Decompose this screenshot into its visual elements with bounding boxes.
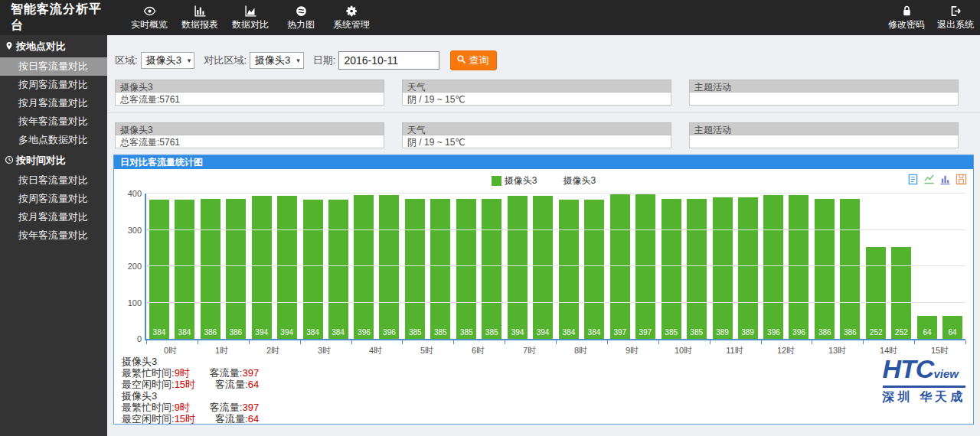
search-button-label: 查询 [469, 54, 488, 67]
x-axis-tick [607, 340, 608, 344]
sidebar-item-weekly-flow-by-location[interactable]: 按周客流量对比 [0, 76, 107, 94]
y-axis-tick-label: 300 [119, 226, 142, 235]
bar[interactable]: 396 [379, 195, 399, 339]
data-view-icon[interactable] [907, 174, 919, 188]
bar[interactable]: 396 [763, 195, 783, 339]
bar-value-label: 396 [763, 328, 783, 337]
info-box-title: 天气 [402, 80, 671, 93]
bar[interactable]: 397 [635, 194, 655, 339]
sidebar-item-weekly-flow-by-time[interactable]: 按周客流量对比 [0, 190, 107, 208]
legend-swatch [492, 176, 501, 186]
main-nav: 实时概览 数据报表 数据对比 热力图 系统管理 [124, 0, 377, 35]
bar[interactable]: 394 [508, 196, 528, 339]
sidebar-item-yearly-flow-by-location[interactable]: 按年客流量对比 [0, 112, 107, 131]
bar[interactable]: 389 [713, 197, 733, 339]
bar[interactable]: 394 [277, 196, 297, 339]
main-content: 区域: 摄像头3 ▾ 对比区域: 摄像头3 ▾ 日期: 查询 摄像头3 总客流量… [107, 35, 980, 436]
nav-item-heatmap[interactable]: 热力图 [276, 0, 326, 35]
nav-item-realtime-overview[interactable]: 实时概览 [124, 0, 175, 35]
bar[interactable]: 252 [866, 247, 886, 339]
date-input[interactable] [338, 51, 439, 70]
sidebar-item-monthly-flow-by-time[interactable]: 按月客流量对比 [0, 208, 107, 226]
bar[interactable]: 386 [226, 199, 246, 339]
search-button[interactable]: 查询 [450, 50, 497, 70]
bar[interactable]: 385 [482, 199, 501, 339]
nav-item-data-report[interactable]: 数据报表 [175, 0, 225, 35]
logout-icon [949, 5, 962, 18]
idle-time-value: 15时 [175, 379, 195, 390]
bar[interactable]: 385 [687, 199, 707, 339]
nav-item-data-compare[interactable]: 数据对比 [225, 0, 276, 35]
event-info-box: 主题活动 [689, 122, 959, 148]
bar-value-label: 384 [303, 328, 323, 337]
bar-value-label: 385 [456, 328, 476, 337]
eye-icon [143, 5, 156, 18]
bar[interactable]: 389 [738, 197, 758, 339]
y-axis-tick-label: 400 [119, 189, 142, 198]
bar-group: 386386 [812, 194, 863, 339]
bar[interactable]: 64 [942, 316, 962, 339]
bar[interactable]: 386 [815, 199, 835, 339]
bar[interactable]: 384 [328, 200, 348, 339]
bar[interactable]: 252 [891, 247, 911, 339]
x-axis-tick [965, 340, 966, 344]
top-header: 智能客流分析平台 实时概览 数据报表 数据对比 热力图 系统管理 修改密码 [0, 0, 980, 35]
x-axis-labels: 0时1时2时3时4时5时6时7时8时9时10时11时12时13时14时15时 [145, 345, 965, 356]
bar[interactable]: 385 [456, 199, 476, 339]
nav-item-system-admin[interactable]: 系统管理 [326, 0, 377, 35]
bar-groups: 3843843863863943943843843963963853853853… [146, 194, 965, 339]
legend-item-camera3-b[interactable]: 摄像头3 [564, 174, 596, 187]
sidebar-item-yearly-flow-by-time[interactable]: 按年客流量对比 [0, 226, 107, 245]
legend-item-camera3-a[interactable]: 摄像头3 [492, 174, 537, 187]
bar[interactable]: 384 [149, 200, 169, 339]
bar[interactable]: 394 [252, 196, 272, 339]
sidebar-item-daily-flow-by-time[interactable]: 按日客流量对比 [0, 171, 107, 190]
bar[interactable]: 397 [610, 194, 630, 339]
bar-value-label: 386 [226, 328, 246, 337]
bar-value-label: 397 [635, 328, 655, 337]
bar[interactable]: 396 [789, 195, 808, 339]
flow-label: 客流量: [215, 413, 248, 425]
gridline [146, 229, 965, 230]
save-image-icon[interactable] [956, 174, 967, 188]
htcview-logo: HTCview 深圳 华天成 [883, 357, 965, 405]
bar-value-label: 384 [175, 328, 194, 337]
nav-item-logout[interactable]: 退出系统 [931, 5, 980, 31]
sidebar-item-daily-flow-by-location[interactable]: 按日客流量对比 [0, 57, 107, 76]
stats-idle-line: 最空闲时间:15时客流量:64 [122, 413, 259, 425]
bar[interactable]: 384 [175, 200, 194, 339]
bar-group: 396396 [351, 194, 403, 339]
bar[interactable]: 386 [201, 199, 220, 339]
info-box-value [689, 135, 959, 148]
sidebar-item-multi-location-compare[interactable]: 多地点数据对比 [0, 131, 107, 149]
bar[interactable]: 396 [354, 195, 374, 339]
y-axis-tick-label: 100 [119, 298, 142, 307]
bar-chart-icon[interactable] [939, 174, 951, 188]
info-box-title: 主题活动 [689, 80, 959, 93]
sidebar-item-monthly-flow-by-location[interactable]: 按月客流量对比 [0, 94, 107, 112]
bar[interactable]: 385 [662, 199, 681, 339]
bar[interactable]: 386 [840, 199, 860, 339]
x-axis-tick [863, 340, 864, 344]
bar[interactable]: 385 [430, 199, 450, 339]
bar-value-label: 386 [840, 328, 860, 337]
bar[interactable]: 385 [405, 199, 425, 339]
x-axis-tick [505, 340, 505, 344]
bar[interactable]: 394 [533, 196, 553, 339]
lock-icon [900, 5, 913, 18]
busy-time-value: 9时 [175, 367, 190, 379]
bar-group: 394394 [505, 194, 556, 339]
bar[interactable]: 384 [584, 200, 604, 339]
location-pin-icon [5, 41, 14, 53]
bar[interactable]: 384 [303, 200, 323, 339]
line-chart-icon[interactable] [923, 174, 935, 188]
compare-region-select[interactable]: 摄像头3 ▾ [250, 52, 304, 69]
bar-value-label: 385 [405, 328, 425, 337]
bar[interactable]: 64 [917, 316, 937, 339]
idle-flow-value: 64 [248, 413, 259, 425]
x-axis-tick-label: 5时 [401, 345, 452, 356]
nav-item-change-password[interactable]: 修改密码 [882, 5, 931, 31]
region-select[interactable]: 摄像头3 ▾ [141, 52, 195, 69]
x-axis-tick-label: 10时 [658, 345, 709, 356]
bar[interactable]: 384 [559, 200, 579, 339]
